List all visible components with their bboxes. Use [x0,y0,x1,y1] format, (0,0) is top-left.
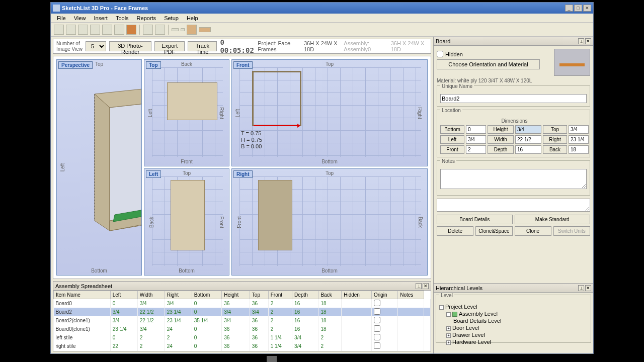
svg-marker-1 [95,94,110,231]
left-label[interactable]: Left [440,135,464,144]
photo-render-button[interactable]: 3D Photo-Render [109,41,151,51]
right-label[interactable]: Right [543,135,567,144]
panel-close-button[interactable]: ✕ [585,285,591,291]
tool-2[interactable] [66,25,76,35]
assembly-label: Assembly: Assembly0 [344,40,387,52]
location-group: Location Dimensions Bottom Height Top Le… [437,110,590,157]
depth-input[interactable] [515,145,541,154]
material-label: Material: white ply 120 3/4T X 48W X 120… [437,78,590,83]
titlebar: SketchList 3D Pro - Face Frames _ □ ✕ [51,3,593,14]
top-input[interactable] [569,125,589,134]
board-thumbnail [554,49,590,76]
notes-input[interactable] [440,169,587,189]
app-icon [53,5,60,12]
depth-label[interactable]: Depth [488,145,514,154]
image-view-select[interactable]: 5 [86,41,106,51]
tool-1[interactable] [54,25,64,35]
info-bar: Number of Image View 5 3D Photo-Render E… [53,39,431,54]
top-label[interactable]: Top [543,125,567,134]
panel-close-button[interactable]: ✕ [423,283,429,289]
height-input[interactable] [515,125,541,134]
menu-reports[interactable]: Reports [133,14,160,22]
menu-insert[interactable]: Insert [90,14,112,22]
unique-name-input[interactable] [440,94,587,103]
assembly-dims: 36H X 24W X 18D [391,40,428,52]
level-tree[interactable]: -Project Level -Assembly Level Board Det… [439,303,588,345]
maximize-button[interactable]: □ [574,5,582,12]
viewport-tag: Top [146,61,161,69]
export-pdf-button[interactable]: Export PDF [154,41,185,51]
tool-7[interactable] [126,25,136,35]
tool-undo[interactable] [78,25,88,35]
tool-8[interactable] [143,25,153,35]
project-label: Project: Face Frames [258,40,301,52]
footer-mark [267,356,277,362]
tool-6[interactable] [114,25,124,35]
elapsed-time: 0 00:05:02 [220,38,255,54]
width-label[interactable]: Width [488,135,514,144]
height-label[interactable]: Height [488,125,514,134]
delete-button[interactable]: Delete [437,226,473,236]
menu-view[interactable]: View [70,14,90,22]
bottom-input[interactable] [466,125,486,134]
tool-10[interactable] [172,28,179,31]
bottom-label[interactable]: Bottom [440,125,464,134]
viewport-top[interactable]: Top Back Front Left Right [144,59,229,166]
panel-pin-button[interactable]: ⟂ [416,283,422,289]
tool-13[interactable] [199,27,211,32]
viewport-tag: Front [233,61,253,69]
minimize-button[interactable]: _ [565,5,573,12]
track-time-button[interactable]: Track Time [188,41,217,51]
tool-9[interactable] [155,25,165,35]
switch-units-button: Switch Units [553,226,590,236]
shape [258,180,292,250]
front-label[interactable]: Front [440,145,464,154]
panel-pin-button[interactable]: ⟂ [578,285,584,291]
window-title: SketchList 3D Pro - Face Frames [62,5,565,11]
back-input[interactable] [569,145,589,154]
project-dims: 36H X 24W X 18D [304,40,341,52]
assembly-spreadsheet-panel: Assembly Spreadsheet ⟂ ✕ Item NameLeftWi… [53,281,431,351]
viewport-tag: Right [233,170,253,178]
menu-file[interactable]: File [53,14,70,22]
shape [167,82,217,120]
assembly-table[interactable]: Item NameLeftWidthRightBottomHeightTopFr… [53,291,431,351]
choose-orientation-button[interactable]: Choose Orientation and Material [437,59,540,69]
make-standard-button[interactable]: Make Standard [515,215,591,224]
viewport-tag: Left [146,170,161,178]
viewport-right[interactable]: Right Top Bottom Front Back [231,168,428,276]
tool-5[interactable] [102,25,112,35]
panel-pin-button[interactable]: ⟂ [578,38,584,44]
viewport-front[interactable]: Front Top Bottom Left Right T = 0.75 H =… [231,59,428,166]
clone-space-button[interactable]: Clone&Space [475,226,512,236]
hidden-checkbox[interactable]: Hidden [437,51,552,57]
width-input[interactable] [515,135,541,144]
menu-help[interactable]: Help [183,14,202,22]
front-dims: T = 0.75 H = 0.75 B = 0.00 [241,130,262,150]
front-input[interactable] [466,145,486,154]
close-button[interactable]: ✕ [583,5,591,12]
panel-title: Hierarchical Levels [436,285,577,291]
dimension-arrow [254,125,300,126]
board-panel: Board ⟂ ✕ Hidden Choose Orientation and … [434,37,593,283]
left-input[interactable] [466,135,486,144]
viewport-perspective[interactable]: Perspective Top Bottom Left Right [56,59,142,276]
clone-button[interactable]: Clone [515,226,551,236]
back-label[interactable]: Back [543,145,567,154]
menu-tools[interactable]: Tools [112,14,133,22]
app-window: SketchList 3D Pro - Face Frames _ □ ✕ Fi… [50,2,594,354]
viewports-area: Top Back Front Left Right Front Top Bott… [53,56,431,279]
shape [171,180,205,250]
tool-11[interactable] [181,28,185,31]
unique-name-group: Unique Name [437,85,590,107]
hierarchical-levels-panel: Hierarchical Levels ⟂ ✕ Level -Project L… [434,283,593,353]
extra-input[interactable] [437,199,590,212]
perspective-model [87,80,142,236]
board-details-button[interactable]: Board Details [437,215,513,224]
viewport-left[interactable]: Left Top Bottom Back Front [144,168,229,276]
menu-setup[interactable]: Setup [160,14,183,22]
right-input[interactable] [569,135,589,144]
panel-close-button[interactable]: ✕ [585,38,591,44]
tool-redo[interactable] [90,25,100,35]
tool-12[interactable] [187,25,197,35]
